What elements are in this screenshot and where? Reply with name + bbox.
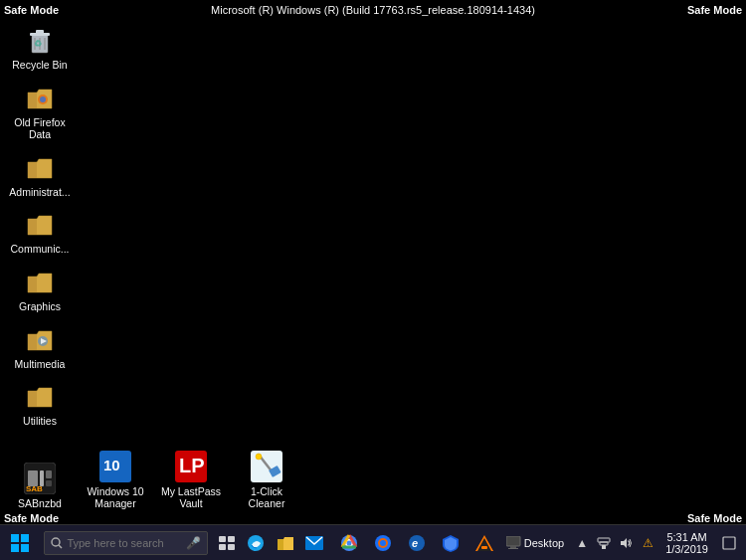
- utilities-icon: [24, 380, 56, 412]
- warning-icon[interactable]: ⚠: [638, 527, 657, 559]
- graphics-label: Graphics: [19, 300, 61, 313]
- file-explorer-button[interactable]: [271, 527, 299, 559]
- notification-button[interactable]: [716, 525, 742, 561]
- chrome-button[interactable]: [333, 527, 365, 559]
- svg-rect-40: [21, 544, 29, 552]
- desktop-icons-column: ♻ Recycle Bin Old Firefox Data Administr…: [0, 10, 80, 444]
- volume-icon[interactable]: [616, 527, 636, 559]
- svg-rect-26: [46, 470, 52, 478]
- firefox-button[interactable]: [367, 527, 399, 559]
- svg-rect-61: [481, 546, 487, 549]
- svg-point-10: [40, 96, 46, 102]
- 1clickcleaner-label: 1-Click Cleaner: [233, 485, 300, 510]
- svg-point-41: [52, 538, 60, 546]
- safe-mode-bottom-right: Safe Mode: [687, 512, 742, 524]
- clock[interactable]: 5:31 AM 1/3/2019: [659, 525, 714, 561]
- taskbar-middle: e Desktop: [329, 527, 568, 559]
- svg-point-36: [256, 454, 262, 460]
- taskbar: 🎤: [0, 524, 746, 560]
- svg-marker-49: [278, 539, 283, 550]
- svg-marker-14: [28, 219, 37, 235]
- utilities-label: Utilities: [23, 415, 57, 428]
- old-firefox-data-icon: [24, 82, 56, 113]
- svg-rect-69: [723, 537, 735, 549]
- safe-mode-bottom-left: Safe Mode: [4, 512, 59, 524]
- svg-rect-38: [21, 534, 29, 542]
- svg-rect-46: [228, 544, 235, 550]
- mail-button[interactable]: [299, 527, 328, 559]
- system-tray: ▲ ⚠ 5:31 AM 1/3/2019: [568, 525, 746, 561]
- desktop-icon-administrat[interactable]: Administrat...: [4, 147, 76, 203]
- svg-marker-68: [621, 538, 627, 548]
- lastpass-icon: LP: [175, 451, 207, 482]
- svg-marker-12: [28, 162, 37, 178]
- svg-marker-22: [28, 391, 37, 407]
- clock-time: 5:31 AM: [666, 531, 706, 543]
- bitwarden-button[interactable]: [435, 527, 466, 559]
- ie-button[interactable]: e: [401, 527, 433, 559]
- svg-point-53: [346, 540, 351, 545]
- svg-text:10: 10: [103, 457, 120, 473]
- svg-rect-43: [219, 536, 226, 542]
- svg-text:LP: LP: [179, 455, 205, 476]
- multimedia-label: Multimedia: [15, 358, 66, 371]
- edge-button[interactable]: [242, 527, 271, 559]
- svg-marker-16: [28, 277, 37, 292]
- communic-label: Communic...: [11, 243, 70, 256]
- win10manager-icon: 10: [99, 451, 131, 482]
- svg-rect-39: [11, 544, 19, 552]
- desktop-label: Desktop: [524, 537, 564, 549]
- svg-rect-65: [602, 545, 606, 549]
- communic-icon: [24, 208, 56, 240]
- desktop-icon-1clickcleaner[interactable]: 1-Click Cleaner: [231, 447, 302, 514]
- svg-rect-63: [510, 546, 516, 548]
- mic-icon: 🎤: [186, 536, 201, 550]
- 1clickcleaner-icon: [251, 451, 282, 482]
- svg-rect-67: [598, 538, 610, 542]
- desktop-icon-win10manager[interactable]: 10 Windows 10 Manager: [80, 447, 151, 514]
- sabnzbd-label: SABnzbd: [18, 497, 62, 510]
- svg-line-42: [59, 545, 62, 548]
- administrat-label: Administrat...: [9, 186, 70, 199]
- desktop-icon-graphics[interactable]: Graphics: [4, 262, 76, 317]
- svg-marker-8: [28, 93, 37, 108]
- desktop-icon-lastpass[interactable]: LP My LastPass Vault: [155, 447, 227, 514]
- recycle-bin-label: Recycle Bin: [12, 59, 67, 72]
- svg-text:e: e: [412, 537, 418, 549]
- svg-rect-37: [11, 534, 19, 542]
- old-firefox-data-label: Old Firefox Data: [6, 116, 74, 141]
- desktop-icon-utilities[interactable]: Utilities: [4, 376, 76, 432]
- vlc-button[interactable]: [468, 527, 500, 559]
- administrat-icon: [24, 151, 56, 183]
- svg-rect-44: [228, 536, 235, 542]
- taskbar-search-bar[interactable]: 🎤: [44, 531, 208, 555]
- svg-rect-45: [219, 544, 226, 550]
- svg-text:♻: ♻: [34, 39, 42, 49]
- start-button[interactable]: [0, 525, 40, 561]
- search-input[interactable]: [67, 537, 186, 549]
- desktop-icon-multimedia[interactable]: Multimedia: [4, 319, 76, 375]
- svg-text:SAB: SAB: [26, 484, 43, 493]
- svg-point-56: [380, 540, 386, 546]
- svg-rect-2: [36, 30, 44, 34]
- desktop-icon-recycle-bin[interactable]: ♻ Recycle Bin: [4, 20, 76, 76]
- bottom-desktop-icons: SAB SABnzbd 10 Windows 10 Manager LP My …: [0, 447, 302, 516]
- desktop-icon-sabnzbd[interactable]: SAB SABnzbd: [4, 459, 76, 514]
- desktop-button[interactable]: Desktop: [506, 536, 564, 550]
- sabnzbd-icon: SAB: [24, 463, 56, 494]
- tray-expand-icon[interactable]: ▲: [572, 527, 592, 559]
- svg-marker-18: [28, 334, 37, 350]
- recycle-bin-icon: ♻: [24, 24, 56, 56]
- multimedia-icon: [24, 323, 56, 355]
- task-view-button[interactable]: [212, 527, 241, 559]
- safe-mode-top-right: Safe Mode: [687, 4, 742, 16]
- clock-date: 1/3/2019: [665, 543, 708, 555]
- graphics-icon: [24, 266, 56, 297]
- svg-rect-27: [46, 480, 52, 486]
- header-title: Microsoft (R) Windows (R) (Build 17763.r…: [211, 4, 535, 16]
- desktop-icon-old-firefox-data[interactable]: Old Firefox Data: [4, 78, 76, 145]
- network-icon[interactable]: [594, 527, 614, 559]
- svg-rect-64: [508, 548, 518, 549]
- lastpass-label: My LastPass Vault: [157, 485, 225, 510]
- desktop-icon-communic[interactable]: Communic...: [4, 204, 76, 260]
